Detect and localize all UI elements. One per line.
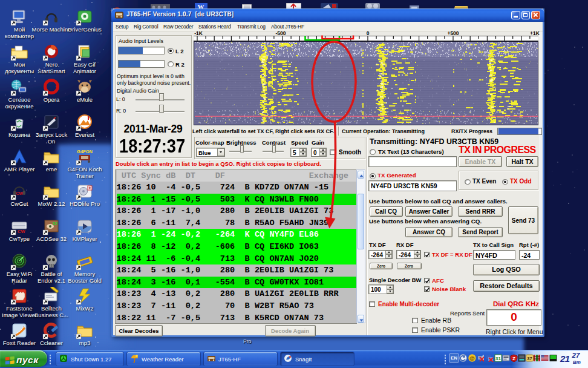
svg-text:31: 31	[495, 356, 501, 361]
svg-text:@: @	[469, 355, 475, 361]
svg-text:G4FON: G4FON	[77, 149, 93, 154]
svg-text:37: 37	[527, 356, 532, 361]
svg-text:32: 32	[53, 221, 58, 226]
svg-text:Z: Z	[512, 356, 515, 361]
svg-text:CW: CW	[16, 191, 23, 196]
svg-text:CW: CW	[18, 229, 25, 234]
